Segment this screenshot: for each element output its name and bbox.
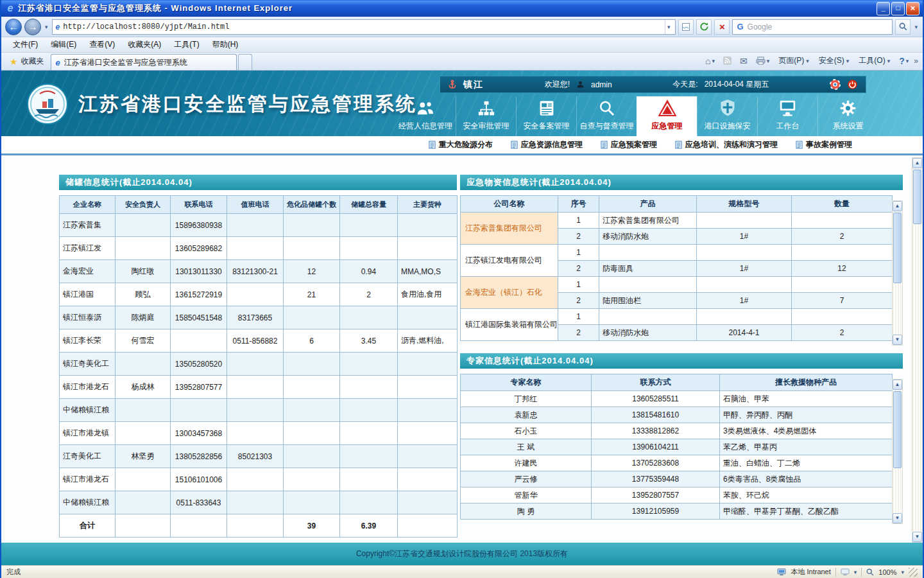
- nav-item-safety-filing[interactable]: 安全备案管理: [516, 96, 576, 136]
- subnav-item-hazard-source-distribution[interactable]: 重大危险源分布: [429, 139, 493, 150]
- table-row[interactable]: 镇江李长荣何雪宏0511-85688263.45沥青,燃料油,: [60, 329, 458, 353]
- menu-help[interactable]: 帮助(H): [206, 38, 245, 51]
- subnav-item-emergency-plan[interactable]: 应急预案管理: [601, 139, 657, 150]
- menu-tools[interactable]: 工具(T): [167, 38, 205, 51]
- table-row[interactable]: 管新华13952807557苯胺、环己烷: [461, 487, 893, 504]
- browser-tab[interactable]: e 江苏省港口安全监管与应急管理系统: [51, 54, 237, 70]
- nav-item-safety-approval[interactable]: 安全审批管理: [456, 96, 516, 136]
- back-button[interactable]: ←: [5, 19, 22, 35]
- nav-item-emergency[interactable]: 应急管理: [637, 96, 697, 136]
- scroll-up-icon[interactable]: ▲: [893, 380, 902, 390]
- scroll-down-icon[interactable]: ▼: [893, 335, 902, 345]
- lifebuoy-icon[interactable]: [830, 79, 841, 90]
- table-row[interactable]: 丁邦红13605285511石脑油、甲苯: [461, 391, 893, 407]
- column-header: 数量: [792, 196, 893, 213]
- new-tab-button[interactable]: [238, 54, 252, 70]
- menu-view[interactable]: 查看(V): [83, 38, 121, 51]
- table-row[interactable]: 江苏镇江发13605289682: [60, 237, 458, 260]
- help-button[interactable]: ?▾: [896, 55, 912, 67]
- experts-scrollbar[interactable]: ▲ ▼: [892, 379, 903, 524]
- scroll-thumb[interactable]: [893, 213, 902, 283]
- scroll-thumb[interactable]: [893, 391, 902, 468]
- subnav-item-emergency-resource-info[interactable]: 应急资源信息管理: [511, 139, 583, 150]
- column-header: 主要货种: [398, 196, 458, 214]
- zone-label: 本地 Intranet: [791, 567, 830, 577]
- scroll-down-icon[interactable]: ▼: [893, 513, 902, 523]
- table-row[interactable]: 袁新忠13815481610甲醇、异丙醇、丙酮: [461, 407, 893, 423]
- minimize-button[interactable]: _: [877, 2, 890, 15]
- table-row[interactable]: 镇江市港龙镇13003457368: [60, 422, 458, 445]
- nav-item-self-inspection[interactable]: 自查与督查管理: [576, 96, 637, 136]
- page-scrollbar[interactable]: ▲ ▼: [912, 157, 923, 543]
- search-button[interactable]: [895, 19, 911, 35]
- overflow-chevron-icon[interactable]: »: [914, 57, 918, 66]
- read-mail-button[interactable]: ✉: [737, 55, 751, 67]
- chevron-down-icon[interactable]: ▾: [854, 569, 857, 575]
- scroll-up-icon[interactable]: ▲: [893, 201, 902, 211]
- table-row[interactable]: 许建民13705283608重油、白蜡油、丁二烯: [461, 455, 893, 471]
- table-row[interactable]: 江苏索普集15896380938: [60, 214, 458, 237]
- menu-favorites[interactable]: 收藏夹(A): [121, 38, 167, 51]
- table-row[interactable]: 江苏索普集团有限公司1江苏索普集团有限公司: [461, 213, 893, 229]
- stop-button[interactable]: ×: [714, 19, 730, 35]
- table-cell: 0.94: [340, 260, 398, 283]
- resize-grip[interactable]: [909, 568, 918, 577]
- table-row[interactable]: 镇江市港龙石15106101006: [60, 468, 458, 491]
- logout-power-icon[interactable]: [847, 79, 858, 90]
- table-row[interactable]: 镇江港国顾弘13615272919212食用油,食用: [60, 283, 458, 306]
- address-bar[interactable]: e http://localhost:8080/yjpt/Main.html ▾: [52, 19, 676, 35]
- forward-button[interactable]: →: [24, 19, 41, 35]
- table-row[interactable]: 金海宏业陶红暾1301301133083121300-21120.94MMA,M…: [60, 260, 458, 283]
- table-cell: [398, 445, 458, 468]
- nav-item-operator-info[interactable]: 经营人信息管理: [395, 96, 456, 136]
- table-row[interactable]: 中储粮镇江粮: [60, 399, 458, 422]
- table-row[interactable]: 江苏镇江发电有限公司1: [461, 245, 893, 261]
- table-cell: [284, 491, 340, 514]
- table-row[interactable]: 镇江奇美化工13505280520: [60, 353, 458, 376]
- safety-menu-button[interactable]: 安全(S)▾: [815, 54, 853, 67]
- table-cell: 重油、白蜡油、丁二烯: [720, 455, 893, 471]
- address-dropdown-icon[interactable]: ▾: [665, 20, 672, 34]
- table-row[interactable]: 陶 勇13912105959甲缩醛、甲基异丁基酮、乙酸乙酯: [461, 504, 893, 520]
- zoom-dropdown-icon[interactable]: ▾: [901, 569, 904, 575]
- zoom-level[interactable]: 100%: [878, 568, 896, 576]
- table-row[interactable]: 王 斌13906104211苯乙烯、甲基丙: [461, 439, 893, 455]
- print-button[interactable]: ▾: [753, 55, 773, 66]
- table-row[interactable]: 中储粮镇江粮0511-833643: [60, 491, 458, 514]
- table-row[interactable]: 金海宏业（镇江）石化1: [461, 277, 893, 293]
- nav-item-workbench[interactable]: 工作台: [757, 96, 817, 136]
- home-button[interactable]: ⌂▾: [702, 55, 718, 67]
- search-box[interactable]: G Google: [732, 19, 893, 35]
- table-row[interactable]: 镇江恒泰沥陈炳庭1585045154883173665: [60, 306, 458, 329]
- search-dropdown-icon[interactable]: ▾: [913, 24, 919, 30]
- history-dropdown-icon[interactable]: ▾: [44, 24, 49, 30]
- nav-item-system-settings[interactable]: 系统设置: [817, 96, 878, 136]
- table-row[interactable]: 严云修137753594486类毒害品、8类腐蚀品: [461, 471, 893, 487]
- table-row[interactable]: 石小玉133388128623类易燃液体、4类易燃固体: [461, 423, 893, 439]
- favorites-button[interactable]: ★ 收藏夹: [3, 53, 51, 70]
- subnav-item-emergency-training[interactable]: 应急培训、演练和演习管理: [675, 139, 778, 150]
- table-row[interactable]: 镇江港国际集装箱有限公司1: [461, 309, 893, 325]
- table-row[interactable]: 合计396.39: [60, 514, 458, 538]
- refresh-button[interactable]: [696, 19, 712, 35]
- table-row[interactable]: 镇江市港龙石杨成林13952807577: [60, 376, 458, 399]
- table-row[interactable]: 江奇美化工林坚勇1380528285685021303: [60, 445, 458, 468]
- scroll-thumb[interactable]: [913, 170, 921, 224]
- menu-file[interactable]: 文件(F): [6, 38, 44, 51]
- table-header-row: 专家名称联系方式擅长救援物种产品: [461, 374, 893, 391]
- close-button[interactable]: ×: [906, 2, 920, 15]
- supplies-scrollbar[interactable]: ▲ ▼: [892, 200, 903, 346]
- tools-menu-button[interactable]: 工具(O)▾: [855, 54, 894, 67]
- maximize-button[interactable]: □: [891, 2, 905, 15]
- page-menu-button[interactable]: 页面(P)▾: [774, 54, 813, 67]
- nav-label: 自查与督查管理: [580, 121, 634, 132]
- scroll-up-icon[interactable]: ▲: [912, 158, 922, 168]
- scroll-down-icon[interactable]: ▼: [912, 532, 922, 542]
- subnav-item-accident-case[interactable]: 事故案例管理: [796, 139, 852, 150]
- nav-item-port-security[interactable]: 港口设施保安: [697, 96, 757, 136]
- menu-edit[interactable]: 编辑(E): [44, 38, 83, 51]
- protected-mode-icon[interactable]: [841, 568, 850, 576]
- column-header: 企业名称: [60, 196, 116, 214]
- compatibility-button[interactable]: [678, 19, 694, 35]
- feeds-button[interactable]: [720, 55, 735, 66]
